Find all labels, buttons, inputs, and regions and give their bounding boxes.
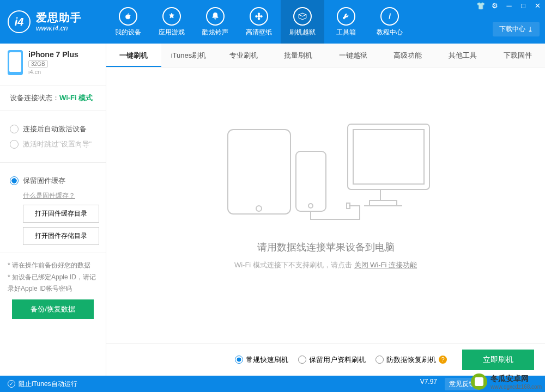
tab-jailbreak[interactable]: 一键越狱 (326, 44, 381, 67)
watermark-icon (471, 373, 487, 390)
open-firmware-store-button[interactable]: 打开固件存储目录 (23, 227, 99, 245)
svg-text:i: i (389, 12, 391, 20)
nav-toolbox[interactable]: 工具箱 (324, 0, 368, 44)
svg-rect-12 (347, 203, 350, 209)
connect-sub-message: Wi-Fi 模式连接下不支持刷机，请点击 关闭 Wi-Fi 连接功能 (234, 260, 417, 270)
svg-point-1 (258, 13, 260, 15)
disable-wifi-link[interactable]: 关闭 Wi-Fi 连接功能 (354, 261, 417, 269)
svg-rect-6 (228, 130, 290, 214)
radio-icon (298, 356, 306, 364)
radio-checked-icon (235, 356, 243, 364)
tab-advanced[interactable]: 高级功能 (380, 44, 435, 67)
tab-other-tools[interactable]: 其他工具 (435, 44, 491, 67)
tab-oneclick-flash[interactable]: 一键刷机 (106, 44, 161, 67)
tab-pro-flash[interactable]: 专业刷机 (216, 44, 271, 67)
tab-batch-flash[interactable]: 批量刷机 (271, 44, 326, 67)
option-keep-firmware[interactable]: 保留固件缓存 (10, 176, 96, 186)
download-center-button[interactable]: 下载中心⤓ (493, 22, 540, 36)
svg-rect-11 (353, 130, 424, 184)
nav-ringtones[interactable]: 酷炫铃声 (193, 0, 237, 44)
minimize-icon[interactable]: ─ (505, 2, 513, 10)
nav-wallpapers[interactable]: 高清壁纸 (237, 0, 281, 44)
option-skip-wizard: 激活时跳过"设置向导" (10, 139, 96, 149)
svg-point-3 (256, 15, 258, 17)
close-icon[interactable]: ✕ (533, 2, 542, 10)
svg-point-7 (256, 206, 262, 211)
skin-icon[interactable]: 👕 (476, 2, 485, 10)
option-auto-activate[interactable]: 连接后自动激活设备 (10, 124, 96, 134)
svg-point-9 (308, 204, 313, 208)
logo-icon: i4 (8, 10, 31, 33)
box-icon (293, 7, 312, 26)
svg-point-0 (258, 15, 261, 17)
appstore-icon (162, 7, 181, 26)
device-name: iPhone 7 Plus (28, 50, 78, 59)
apple-icon (119, 7, 137, 26)
radio-icon (10, 125, 19, 133)
info-icon: i (380, 7, 399, 26)
radio-icon (376, 356, 384, 364)
backup-restore-button[interactable]: 备份/恢复数据 (12, 299, 94, 319)
flower-icon (250, 7, 268, 26)
check-icon (8, 380, 15, 388)
phone-icon (8, 50, 23, 75)
option-anti-recovery[interactable]: 防数据恢复刷机? (376, 355, 447, 365)
block-itunes-toggle[interactable]: 阻止iTunes自动运行 (19, 379, 77, 389)
app-logo: i4 爱思助手 www.i4.cn (0, 10, 106, 33)
connect-message: 请用数据线连接苹果设备到电脑 (257, 241, 395, 254)
svg-rect-10 (348, 124, 429, 189)
tips-block: * 请在操作前备份好您的数据 * 如设备已绑定Apple ID，请记录好Appl… (0, 253, 106, 326)
svg-point-2 (258, 17, 260, 20)
svg-rect-8 (296, 151, 326, 211)
open-firmware-cache-button[interactable]: 打开固件缓存目录 (23, 205, 99, 223)
wrench-icon (337, 7, 355, 26)
app-title: 爱思助手 (36, 11, 82, 24)
watermark: 冬瓜安卓网 www.dgxcdz168.com (471, 373, 542, 390)
connect-illustration (217, 119, 435, 228)
nav-flash[interactable]: 刷机越狱 (281, 0, 324, 44)
tab-itunes-flash[interactable]: iTunes刷机 (161, 44, 216, 67)
device-capacity: 32GB (28, 60, 48, 68)
version-label: V7.97 (420, 378, 437, 390)
nav-apps[interactable]: 应用游戏 (150, 0, 193, 44)
nav-my-device[interactable]: 我的设备 (106, 0, 150, 44)
radio-checked-icon (10, 176, 19, 185)
tab-download-fw[interactable]: 下载固件 (490, 44, 545, 67)
nav-tutorials[interactable]: i教程中心 (368, 0, 411, 44)
maximize-icon[interactable]: □ (519, 2, 528, 10)
help-icon[interactable]: ? (439, 356, 447, 364)
option-keep-data[interactable]: 保留用户资料刷机 (298, 355, 366, 365)
bell-icon (206, 7, 225, 26)
radio-icon (10, 140, 19, 149)
svg-point-4 (261, 15, 263, 17)
connection-status: 设备连接状态：Wi-Fi 模式 (10, 93, 96, 103)
flash-now-button[interactable]: 立即刷机 (462, 350, 534, 370)
app-subtitle: www.i4.cn (36, 24, 82, 33)
firmware-help-link[interactable]: 什么是固件缓存？ (23, 192, 75, 199)
settings-icon[interactable]: ⚙ (491, 2, 499, 10)
device-subtitle: i4.cn (28, 69, 78, 75)
device-info[interactable]: iPhone 7 Plus 32GB i4.cn (0, 44, 106, 85)
download-icon: ⤓ (528, 26, 533, 33)
option-fast-flash[interactable]: 常规快速刷机 (235, 355, 288, 365)
